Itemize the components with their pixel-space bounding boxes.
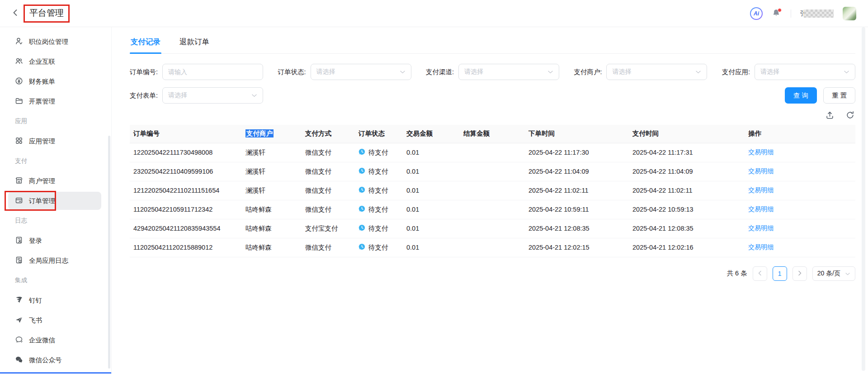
pay-form-select[interactable]: 请选择 [162,87,263,104]
transaction-detail-link[interactable]: 交易明细 [748,224,774,232]
sidebar-scrollbar[interactable] [108,136,110,369]
sidebar-item-feishu[interactable]: 飞书 [0,310,111,330]
sidebar-item-label: 钉钉 [29,296,42,305]
divider [791,9,791,18]
sidebar-item-global-app-log[interactable]: 全局应用日志 [0,251,111,270]
cell-actions: 交易明细 [745,143,855,162]
unread-badge [778,8,782,12]
clock-icon [359,148,365,156]
cell-order-no: 1120250421120215889012 [130,238,242,257]
sidebar-item-app-management[interactable]: 应用管理 [0,131,111,151]
chevron-down-icon [547,68,553,76]
cell-created: 2025-04-22 11:04:09 [525,162,629,181]
tab-refund-orders[interactable]: 退款订单 [179,34,210,53]
filter-label: 支付应用: [722,68,750,76]
table-row: 1120250422105911712342 咕咚鲜森 微信支付 待支付 0.0… [130,200,855,219]
col-created: 下单时间 [525,125,629,143]
cell-created: 2025-04-22 11:02:11 [525,181,629,200]
transaction-detail-link[interactable]: 交易明细 [748,205,774,213]
next-page-button[interactable] [793,266,807,281]
reset-button[interactable]: 重 置 [823,87,855,104]
filter-pay-form: 支付表单: 请选择 [130,87,263,104]
transaction-detail-link[interactable]: 交易明细 [748,167,774,175]
cell-order-no: 1220250422111730498008 [130,143,242,162]
topbar: 平台管理 Ai 张 [0,0,868,27]
filter-order-status: 订单状态: 请选择 [278,64,411,80]
sidebar-item-login-log[interactable]: 登录 [0,231,111,251]
sidebar-section-payment: 支付 [0,151,111,171]
sidebar: 职位岗位管理 企业互联 财务账单 开票管理 应用 应用管理 支付 [0,27,112,374]
pay-merchant-select[interactable]: 请选择 [606,64,707,80]
col-status: 订单状态 [355,125,403,143]
selected-header-text: 支付商户 [245,129,274,137]
feishu-icon [15,316,23,325]
col-merchant: 支付商户 [242,125,302,143]
tab-payment-records[interactable]: 支付记录 [130,34,161,53]
sidebar-item-wecom[interactable]: 企业微信 [0,330,111,350]
main-content: 支付记录 退款订单 订单编号: 订单状态: 请选择 [112,27,868,374]
sidebar-item-label: 商户管理 [29,177,55,185]
prev-page-button[interactable] [753,266,767,281]
sidebar-item-order-management[interactable]: 订单管理 [8,192,101,210]
cell-method: 微信支付 [302,162,355,181]
sidebar-section-logs: 日志 [0,211,111,231]
back-button[interactable] [11,8,20,19]
sidebar-item-merchant-management[interactable]: 商户管理 [0,171,111,191]
sidebar-item-position-management[interactable]: 职位岗位管理 [0,32,111,52]
cell-order-no: 2320250422110409599106 [130,162,242,181]
cell-settle [460,219,525,238]
cell-actions: 交易明细 [745,200,855,219]
cell-amount: 0.01 [403,200,460,219]
notification-button[interactable] [772,9,782,19]
clock-icon [359,224,365,232]
order-status-select[interactable]: 请选择 [311,64,411,80]
user-menu[interactable]: 张 [800,9,834,18]
page-size-select[interactable]: 20 条/页 [812,266,855,281]
transaction-detail-link[interactable]: 交易明细 [748,148,774,156]
status-text: 待支付 [368,148,388,157]
cell-method: 支付宝支付 [302,219,355,238]
avatar[interactable] [843,7,856,20]
chevron-left-icon [758,270,762,277]
clock-icon [359,243,365,251]
sidebar-item-wechat-official[interactable]: 微信公众号 [0,350,111,370]
cell-amount: 0.01 [403,181,460,200]
pay-app-select[interactable]: 请选择 [755,64,855,80]
transaction-detail-link[interactable]: 交易明细 [748,243,774,251]
sidebar-item-dingtalk[interactable]: 钉钉 [0,290,111,310]
page-number-1[interactable]: 1 [773,266,787,281]
table-row: 1220250422111730498008 澜溪轩 微信支付 待支付 0.01… [130,143,855,162]
col-paid: 支付时间 [629,125,745,143]
doc-user-icon [15,236,23,246]
refresh-icon[interactable] [846,111,854,119]
dingtalk-icon [15,296,23,305]
cell-status: 待支付 [355,143,403,162]
cell-status: 待支付 [355,219,403,238]
ai-assistant-button[interactable]: Ai [750,7,763,20]
status-text: 待支付 [368,224,388,233]
sidebar-item-label: 企业微信 [29,336,55,345]
order-card-icon [15,196,23,206]
filter-label: 支付商户: [574,68,602,76]
status-text: 待支付 [368,167,388,176]
order-no-input[interactable] [168,68,257,76]
sidebar-item-finance-bill[interactable]: 财务账单 [0,71,111,91]
search-button[interactable]: 查 询 [785,87,817,104]
window-scrollbar[interactable] [862,27,865,371]
pay-channel-select[interactable]: 请选择 [458,64,559,80]
user-name-redacted [804,9,834,18]
sidebar-item-label: 全局应用日志 [29,256,68,265]
sidebar-section-integration: 集成 [0,270,111,290]
ai-icon: Ai [751,8,762,19]
transaction-detail-link[interactable]: 交易明细 [748,186,774,194]
sidebar-item-invoice-management[interactable]: 开票管理 [0,91,111,111]
cell-amount: 0.01 [403,143,460,162]
payment-records-table: 订单编号 支付商户 支付方式 订单状态 交易金额 结算金额 下单时间 支付时间 … [130,125,855,257]
wechat-icon [15,355,23,365]
export-icon[interactable] [826,111,834,119]
table-toolbar [130,111,854,119]
filter-label: 支付渠道: [426,68,454,76]
cell-settle [460,238,525,257]
sidebar-item-enterprise-link[interactable]: 企业互联 [0,52,111,71]
sidebar-section-apps: 应用 [0,111,111,131]
